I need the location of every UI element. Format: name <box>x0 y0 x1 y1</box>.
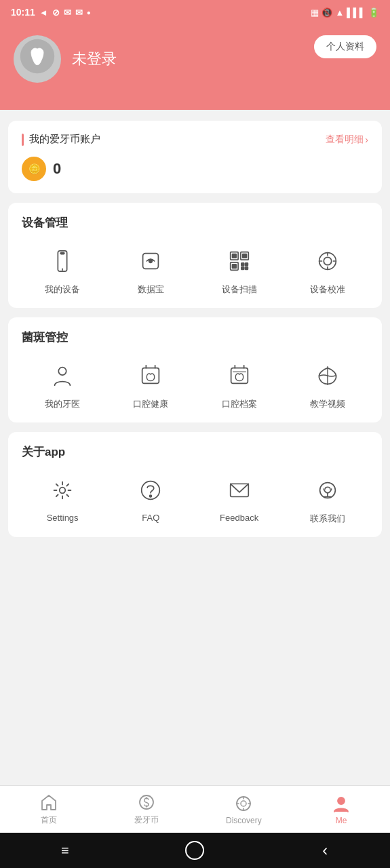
svg-point-36 <box>241 801 246 806</box>
coin-icon: 🪙 <box>22 157 46 181</box>
tutorial-videos-icon <box>311 359 345 393</box>
nav-home-label: 首页 <box>41 814 57 826</box>
contact-us-item[interactable]: 联系我们 <box>287 473 368 525</box>
coin-title-text: 我的爱牙币账户 <box>29 133 100 146</box>
mail-icon: ✉ <box>75 7 83 18</box>
discovery-nav-icon <box>234 794 253 813</box>
svg-rect-10 <box>242 254 246 258</box>
data-treasure-label: 数据宝 <box>138 283 164 296</box>
battery-icon: 🔋 <box>368 7 379 18</box>
system-back-button[interactable]: ‹ <box>311 837 338 864</box>
svg-rect-15 <box>245 267 248 270</box>
header: 个人资料 未登录 <box>0 24 390 110</box>
my-dentist-item[interactable]: 我的牙医 <box>22 359 103 410</box>
contact-us-label: 联系我们 <box>310 513 345 525</box>
plaque-control-grid: 我的牙医 口腔健康 <box>22 359 368 410</box>
svg-point-17 <box>324 257 331 264</box>
device-calibrate-icon <box>311 244 345 278</box>
coin-symbol: 🪙 <box>28 163 40 174</box>
bottom-nav: 首页 爱牙币 Discovery Me <box>0 785 390 833</box>
device-management-card: 设备管理 我的设备 <box>8 203 382 308</box>
svg-rect-3 <box>60 253 64 254</box>
feedback-label: Feedback <box>220 513 258 523</box>
svg-point-29 <box>150 495 152 497</box>
settings-label: Settings <box>47 513 79 523</box>
nav-me[interactable]: Me <box>292 786 390 833</box>
contact-us-icon <box>311 473 345 507</box>
vibrate-icon: ▦ <box>311 7 319 18</box>
about-app-card: 关于app Settings <box>8 432 382 537</box>
device-scan-label: 设备扫描 <box>222 283 257 296</box>
dot-icon: ● <box>87 9 91 16</box>
menu-icon: ≡ <box>61 843 69 859</box>
svg-rect-9 <box>232 254 236 258</box>
oral-health-icon <box>134 359 168 393</box>
about-app-grid: Settings FAQ <box>22 473 368 525</box>
nav-discovery[interactable]: Discovery <box>195 786 293 833</box>
nav-coins[interactable]: 爱牙币 <box>98 786 195 833</box>
svg-point-27 <box>60 488 66 494</box>
system-home-button[interactable] <box>181 837 208 864</box>
tutorial-videos-item[interactable]: 教学视频 <box>287 359 368 410</box>
oral-health-item[interactable]: 口腔健康 <box>110 359 191 410</box>
svg-rect-11 <box>232 264 236 269</box>
nav-coins-label: 爱牙币 <box>134 814 159 826</box>
oral-health-label: 口腔健康 <box>133 398 168 410</box>
device-calibrate-item[interactable]: 设备校准 <box>287 244 368 296</box>
data-treasure-icon <box>134 244 168 278</box>
view-detail-text: 查看明细 <box>326 134 364 146</box>
plaque-control-title: 菌斑管控 <box>22 330 368 345</box>
oral-records-item[interactable]: 口腔档案 <box>199 359 280 410</box>
plaque-control-card: 菌斑管控 我的牙医 <box>8 317 382 422</box>
coin-card-title: 我的爱牙币账户 <box>22 133 100 146</box>
home-nav-icon <box>39 793 58 812</box>
my-dentist-label: 我的牙医 <box>45 398 80 410</box>
device-scan-icon <box>222 244 256 278</box>
svg-point-5 <box>149 260 153 263</box>
location-icon: ◄ <box>39 7 48 18</box>
coin-card-header: 我的爱牙币账户 查看明细 › <box>22 133 368 146</box>
my-device-item[interactable]: 我的设备 <box>22 244 103 296</box>
spacer <box>8 547 382 560</box>
svg-rect-12 <box>241 263 243 266</box>
svg-point-22 <box>58 368 66 375</box>
faq-label: FAQ <box>142 513 159 523</box>
data-treasure-item[interactable]: 数据宝 <box>110 244 191 296</box>
avatar <box>14 35 61 83</box>
status-bar-right: ▦ 📵 ▲ ▌▌▌ 🔋 <box>311 7 379 18</box>
device-scan-item[interactable]: 设备扫描 <box>199 244 280 296</box>
my-dentist-icon <box>45 359 79 393</box>
profile-button[interactable]: 个人资料 <box>314 35 376 58</box>
about-app-title: 关于app <box>22 444 368 460</box>
my-device-icon <box>45 244 79 278</box>
svg-point-41 <box>338 797 345 804</box>
status-bar-left: 10:11 ◄ ⊘ ✉ ✉ ● <box>11 7 91 18</box>
nav-me-label: Me <box>336 816 347 825</box>
faq-item[interactable]: FAQ <box>110 473 191 525</box>
email-icon: ✉ <box>64 7 71 18</box>
coin-display: 🪙 0 <box>22 157 368 181</box>
settings-item[interactable]: Settings <box>22 473 103 525</box>
oral-records-icon <box>222 359 256 393</box>
circle-home-icon <box>185 841 204 860</box>
back-icon: ‹ <box>322 841 328 860</box>
wifi-icon: ▲ <box>335 7 344 18</box>
main-content: 我的爱牙币账户 查看明细 › 🪙 0 设备管理 <box>0 110 390 785</box>
nav-home[interactable]: 首页 <box>0 786 98 833</box>
me-nav-icon <box>332 794 351 813</box>
view-detail-link[interactable]: 查看明细 › <box>326 134 368 146</box>
avatar-icon <box>19 38 56 81</box>
nav-discovery-label: Discovery <box>226 816 262 825</box>
feedback-icon <box>222 473 256 507</box>
svg-rect-14 <box>241 267 243 270</box>
my-device-label: 我的设备 <box>45 283 80 296</box>
system-menu-button[interactable]: ≡ <box>52 837 79 864</box>
coins-nav-icon <box>137 793 156 812</box>
status-bar: 10:11 ◄ ⊘ ✉ ✉ ● ▦ 📵 ▲ ▌▌▌ 🔋 <box>0 0 390 24</box>
coin-title-bar <box>22 134 24 146</box>
call-icon: 📵 <box>321 7 332 18</box>
username: 未登录 <box>72 49 117 69</box>
svg-rect-13 <box>245 263 248 266</box>
feedback-item[interactable]: Feedback <box>199 473 280 525</box>
system-nav: ≡ ‹ <box>0 833 390 868</box>
